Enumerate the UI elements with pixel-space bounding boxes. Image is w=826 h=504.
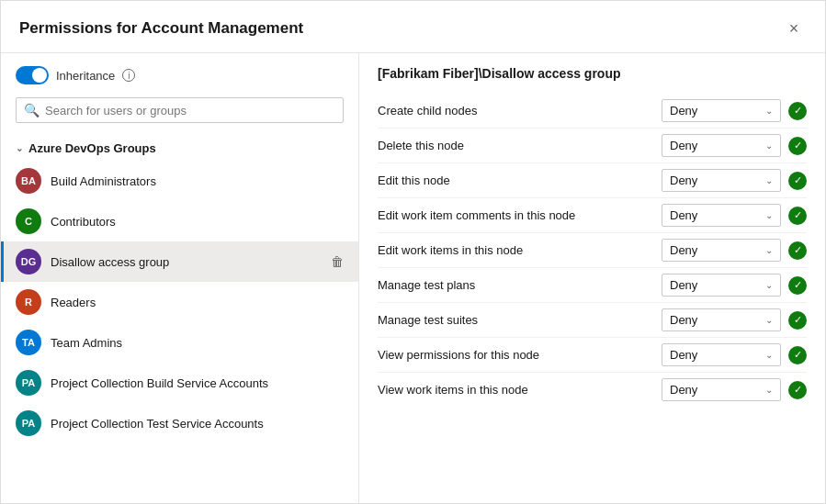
permission-value: Deny — [670, 313, 697, 327]
inheritance-row: Inheritance i — [1, 66, 358, 97]
dialog-title: Permissions for Account Management — [19, 19, 303, 38]
permission-status-icon: ✓ — [788, 276, 807, 295]
permission-value: Deny — [670, 208, 697, 222]
groups-header[interactable]: ⌄ Azure DevOps Groups — [1, 136, 358, 161]
left-panel: Inheritance i 🔍 ⌄ Azure DevOps Groups BA… — [1, 53, 359, 503]
group-item[interactable]: PAProject Collection Test Service Accoun… — [1, 403, 358, 443]
dropdown-chevron-icon: ⌄ — [765, 210, 773, 220]
toggle-knob — [32, 68, 47, 83]
group-item[interactable]: TATeam Admins — [1, 322, 358, 363]
info-icon[interactable]: i — [122, 69, 135, 82]
permission-dropdown[interactable]: Deny⌄ — [662, 239, 781, 262]
permissions-table: Create child nodesDeny⌄✓Delete this node… — [378, 94, 807, 407]
permission-name: Manage test plans — [378, 278, 662, 292]
permission-value: Deny — [670, 243, 697, 257]
permission-status-icon: ✓ — [788, 172, 807, 190]
permission-status-icon: ✓ — [788, 311, 807, 330]
permission-row: View permissions for this nodeDeny⌄✓ — [378, 338, 807, 373]
permission-row: View work items in this nodeDeny⌄✓ — [378, 373, 807, 407]
groups-section: ⌄ Azure DevOps Groups BABuild Administra… — [1, 136, 358, 443]
group-name: Project Collection Build Service Account… — [51, 376, 344, 390]
search-input[interactable] — [45, 104, 335, 118]
group-item[interactable]: CContributors — [1, 201, 358, 241]
permission-name: Manage test suites — [378, 313, 662, 327]
permission-dropdown[interactable]: Deny⌄ — [662, 134, 781, 157]
permission-dropdown[interactable]: Deny⌄ — [662, 204, 781, 227]
avatar: TA — [16, 330, 41, 355]
permission-dropdown[interactable]: Deny⌄ — [662, 378, 781, 401]
groups-header-label: Azure DevOps Groups — [28, 141, 156, 155]
dropdown-chevron-icon: ⌄ — [765, 385, 773, 395]
group-item[interactable]: RReaders — [1, 282, 358, 322]
permission-name: Delete this node — [378, 139, 662, 152]
permission-status-icon: ✓ — [788, 102, 807, 120]
dropdown-chevron-icon: ⌄ — [765, 140, 773, 151]
group-item[interactable]: DGDisallow access group🗑 — [1, 241, 358, 282]
dropdown-chevron-icon: ⌄ — [765, 350, 773, 360]
group-list: BABuild AdministratorsCContributorsDGDis… — [1, 161, 358, 443]
group-name: Build Administrators — [51, 174, 344, 188]
permission-row: Edit work items in this nodeDeny⌄✓ — [378, 233, 807, 268]
permission-value: Deny — [670, 383, 697, 397]
permission-dropdown[interactable]: Deny⌄ — [662, 274, 781, 297]
dropdown-chevron-icon: ⌄ — [765, 245, 773, 255]
delete-group-icon[interactable]: 🗑 — [331, 254, 344, 269]
group-name: Contributors — [51, 215, 344, 229]
search-box: 🔍 — [16, 97, 344, 123]
permission-row: Create child nodesDeny⌄✓ — [378, 94, 807, 129]
permission-dropdown[interactable]: Deny⌄ — [662, 308, 781, 331]
avatar: R — [16, 289, 41, 315]
permission-dropdown[interactable]: Deny⌄ — [662, 99, 781, 122]
dialog-body: Inheritance i 🔍 ⌄ Azure DevOps Groups BA… — [1, 53, 825, 503]
dropdown-chevron-icon: ⌄ — [765, 175, 773, 185]
dropdown-chevron-icon: ⌄ — [765, 106, 773, 116]
group-name: Disallow access group — [51, 255, 322, 269]
group-name: Project Collection Test Service Accounts — [51, 417, 344, 431]
permission-name: Create child nodes — [378, 104, 662, 118]
avatar: BA — [16, 168, 41, 194]
avatar: DG — [16, 249, 41, 274]
dropdown-chevron-icon: ⌄ — [765, 315, 773, 325]
permission-value: Deny — [670, 348, 697, 362]
dropdown-chevron-icon: ⌄ — [765, 280, 773, 290]
permission-status-icon: ✓ — [788, 346, 807, 364]
permission-row: Edit this nodeDeny⌄✓ — [378, 163, 807, 198]
avatar: C — [16, 208, 41, 234]
group-name: Team Admins — [51, 336, 344, 350]
permission-dropdown[interactable]: Deny⌄ — [662, 169, 781, 192]
group-name: Readers — [51, 296, 344, 309]
inheritance-label: Inheritance — [56, 69, 115, 83]
permissions-dialog: Permissions for Account Management × Inh… — [0, 0, 826, 504]
inheritance-toggle[interactable] — [16, 66, 49, 84]
permission-value: Deny — [670, 139, 697, 152]
permission-row: Manage test plansDeny⌄✓ — [378, 268, 807, 303]
permission-name: Edit this node — [378, 174, 662, 187]
search-icon: 🔍 — [24, 103, 40, 118]
group-item[interactable]: BABuild Administrators — [1, 161, 358, 201]
permission-status-icon: ✓ — [788, 381, 807, 399]
groups-chevron-icon: ⌄ — [16, 143, 23, 153]
permission-row: Edit work item comments in this nodeDeny… — [378, 198, 807, 233]
avatar: PA — [16, 370, 41, 396]
group-item[interactable]: PAProject Collection Build Service Accou… — [1, 363, 358, 403]
permission-dropdown[interactable]: Deny⌄ — [662, 343, 781, 366]
rights-group-title: [Fabrikam Fiber]\Disallow access group — [378, 66, 807, 81]
close-button[interactable]: × — [781, 16, 807, 41]
avatar: PA — [16, 410, 41, 436]
permission-name: View permissions for this node — [378, 348, 662, 362]
permission-row: Delete this nodeDeny⌄✓ — [378, 129, 807, 163]
permission-value: Deny — [670, 174, 697, 187]
permission-name: Edit work item comments in this node — [378, 208, 662, 222]
permission-status-icon: ✓ — [788, 207, 807, 225]
dialog-header: Permissions for Account Management × — [1, 1, 825, 53]
permission-name: Edit work items in this node — [378, 243, 662, 257]
permission-name: View work items in this node — [378, 383, 662, 397]
right-panel: [Fabrikam Fiber]\Disallow access group C… — [359, 53, 825, 503]
permission-value: Deny — [670, 278, 697, 292]
permission-status-icon: ✓ — [788, 241, 807, 260]
permission-status-icon: ✓ — [788, 137, 807, 155]
permission-value: Deny — [670, 104, 697, 118]
permission-row: Manage test suitesDeny⌄✓ — [378, 303, 807, 338]
